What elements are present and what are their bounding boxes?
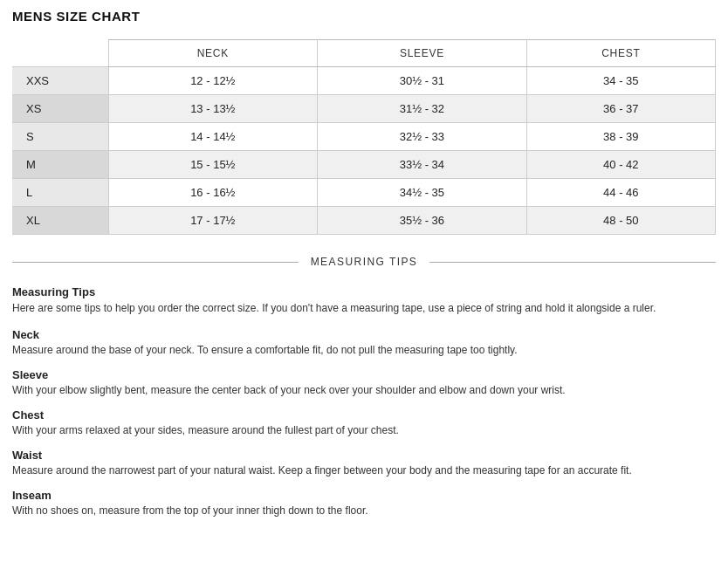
- tips-block: Measuring Tips Here are some tips to hel…: [12, 282, 716, 532]
- chest-cell: 48 - 50: [526, 207, 715, 235]
- size-cell: XS: [12, 95, 108, 123]
- col-header-neck: NECK: [108, 40, 318, 67]
- table-row: S14 - 14½32½ - 3338 - 39: [12, 123, 716, 151]
- tip-section: NeckMeasure around the base of your neck…: [12, 328, 716, 358]
- tips-intro: Here are some tips to help you order the…: [12, 300, 716, 316]
- size-cell: M: [12, 151, 108, 179]
- col-header-size: [12, 40, 108, 67]
- size-cell: S: [12, 123, 108, 151]
- neck-cell: 17 - 17½: [108, 207, 318, 235]
- sleeve-cell: 34½ - 35: [318, 179, 527, 207]
- table-row: XL17 - 17½35½ - 3648 - 50: [12, 207, 716, 235]
- neck-cell: 14 - 14½: [108, 123, 318, 151]
- sleeve-cell: 31½ - 32: [318, 95, 527, 123]
- tip-section: ChestWith your arms relaxed at your side…: [12, 408, 716, 438]
- table-row: XXS12 - 12½30½ - 3134 - 35: [12, 67, 716, 95]
- tip-heading: Waist: [12, 449, 716, 462]
- table-row: XS13 - 13½31½ - 3236 - 37: [12, 95, 716, 123]
- divider-label: MEASURING TIPS: [299, 256, 430, 268]
- table-row: L16 - 16½34½ - 3544 - 46: [12, 179, 716, 207]
- tips-title: Measuring Tips: [12, 285, 716, 298]
- chest-cell: 36 - 37: [526, 95, 715, 123]
- chest-cell: 44 - 46: [526, 179, 715, 207]
- size-chart-table: NECK SLEEVE CHEST XXS12 - 12½30½ - 3134 …: [12, 39, 716, 235]
- table-row: M15 - 15½33½ - 3440 - 42: [12, 151, 716, 179]
- table-header-row: NECK SLEEVE CHEST: [12, 40, 716, 67]
- page-title: MENS SIZE CHART: [12, 9, 716, 24]
- tip-heading: Sleeve: [12, 368, 716, 381]
- tip-body: Measure around the base of your neck. To…: [12, 342, 716, 358]
- neck-cell: 12 - 12½: [108, 67, 318, 95]
- sleeve-cell: 33½ - 34: [318, 151, 527, 179]
- tip-body: With your arms relaxed at your sides, me…: [12, 422, 716, 438]
- size-cell: XXS: [12, 67, 108, 95]
- chest-cell: 40 - 42: [526, 151, 715, 179]
- sleeve-cell: 32½ - 33: [318, 123, 527, 151]
- size-cell: XL: [12, 207, 108, 235]
- neck-cell: 13 - 13½: [108, 95, 318, 123]
- tip-body: Measure around the narrowest part of you…: [12, 463, 716, 478]
- tip-body: With no shoes on, measure from the top o…: [12, 503, 716, 518]
- neck-cell: 16 - 16½: [108, 179, 318, 207]
- tip-heading: Neck: [12, 328, 716, 341]
- neck-cell: 15 - 15½: [108, 151, 318, 179]
- sleeve-cell: 35½ - 36: [318, 207, 527, 235]
- size-cell: L: [12, 179, 108, 207]
- col-header-sleeve: SLEEVE: [318, 40, 527, 67]
- tip-section: InseamWith no shoes on, measure from the…: [12, 489, 716, 518]
- sleeve-cell: 30½ - 31: [318, 67, 527, 95]
- measuring-tips-divider: MEASURING TIPS: [12, 256, 716, 268]
- col-header-chest: CHEST: [526, 40, 715, 67]
- chest-cell: 34 - 35: [526, 67, 715, 95]
- tip-section: SleeveWith your elbow slightly bent, mea…: [12, 368, 716, 398]
- tip-heading: Chest: [12, 408, 716, 422]
- tip-body: With your elbow slightly bent, measure t…: [12, 382, 716, 398]
- tip-heading: Inseam: [12, 489, 716, 502]
- tip-section: WaistMeasure around the narrowest part o…: [12, 449, 716, 478]
- chest-cell: 38 - 39: [526, 123, 715, 151]
